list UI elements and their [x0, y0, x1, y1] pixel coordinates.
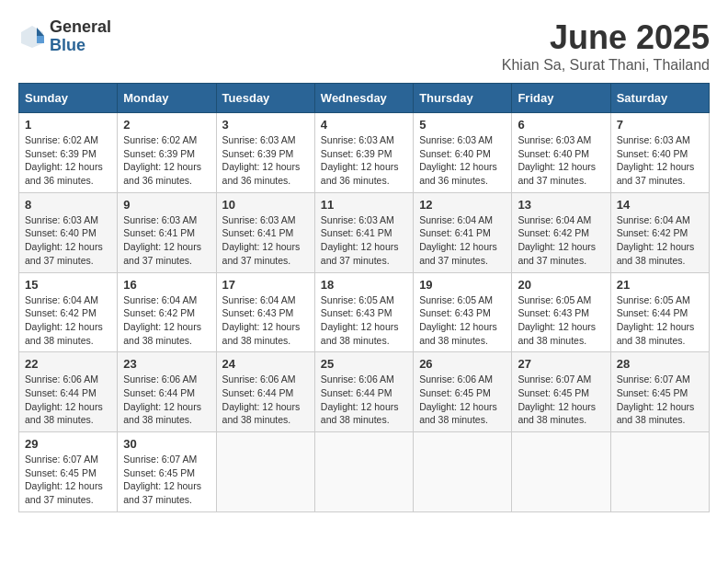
day-number: 6 [518, 118, 604, 132]
day-number: 10 [222, 198, 309, 212]
day-info: Sunrise: 6:07 AMSunset: 6:45 PMDaylight:… [25, 453, 111, 507]
day-info: Sunrise: 6:04 AMSunset: 6:41 PMDaylight:… [419, 213, 506, 268]
day-number: 14 [617, 198, 703, 212]
calendar-cell: 23 Sunrise: 6:06 AMSunset: 6:44 PMDaylig… [118, 352, 216, 432]
calendar-cell [216, 432, 314, 512]
day-number: 29 [25, 437, 111, 451]
calendar-cell: 25 Sunrise: 6:06 AMSunset: 6:44 PMDaylig… [314, 352, 413, 432]
day-number: 30 [123, 437, 210, 451]
logo-icon [18, 23, 46, 51]
calendar-cell: 8 Sunrise: 6:03 AMSunset: 6:40 PMDayligh… [19, 192, 118, 272]
calendar-cell: 27 Sunrise: 6:07 AMSunset: 6:45 PMDaylig… [512, 352, 610, 432]
day-info: Sunrise: 6:04 AMSunset: 6:43 PMDaylight:… [222, 293, 309, 348]
day-info: Sunrise: 6:03 AMSunset: 6:40 PMDaylight:… [617, 133, 703, 188]
calendar-body: 1 Sunrise: 6:02 AMSunset: 6:39 PMDayligh… [19, 113, 710, 512]
calendar-cell: 4 Sunrise: 6:03 AMSunset: 6:39 PMDayligh… [314, 113, 413, 193]
day-info: Sunrise: 6:02 AMSunset: 6:39 PMDaylight:… [123, 133, 210, 188]
day-info: Sunrise: 6:03 AMSunset: 6:41 PMDaylight:… [222, 213, 309, 268]
day-number: 21 [617, 278, 703, 292]
calendar-cell: 19 Sunrise: 6:05 AMSunset: 6:43 PMDaylig… [414, 272, 512, 352]
day-number: 25 [321, 357, 407, 371]
calendar-cell: 15 Sunrise: 6:04 AMSunset: 6:42 PMDaylig… [19, 272, 118, 352]
calendar-cell: 10 Sunrise: 6:03 AMSunset: 6:41 PMDaylig… [216, 192, 314, 272]
calendar-cell [610, 432, 709, 512]
calendar-week-row: 29 Sunrise: 6:07 AMSunset: 6:45 PMDaylig… [19, 432, 710, 512]
day-info: Sunrise: 6:07 AMSunset: 6:45 PMDaylight:… [123, 453, 210, 507]
calendar-header: SundayMondayTuesdayWednesdayThursdayFrid… [19, 84, 710, 113]
day-info: Sunrise: 6:04 AMSunset: 6:42 PMDaylight:… [123, 293, 210, 348]
calendar-week-row: 15 Sunrise: 6:04 AMSunset: 6:42 PMDaylig… [19, 272, 710, 352]
calendar-cell [512, 432, 610, 512]
day-info: Sunrise: 6:03 AMSunset: 6:40 PMDaylight:… [518, 133, 604, 188]
svg-marker-2 [37, 36, 44, 43]
calendar-cell: 24 Sunrise: 6:06 AMSunset: 6:44 PMDaylig… [216, 352, 314, 432]
weekday-row: SundayMondayTuesdayWednesdayThursdayFrid… [19, 84, 710, 113]
calendar-cell: 29 Sunrise: 6:07 AMSunset: 6:45 PMDaylig… [19, 432, 118, 512]
day-info: Sunrise: 6:06 AMSunset: 6:44 PMDaylight:… [123, 373, 210, 427]
day-number: 8 [25, 198, 111, 212]
location-title: Khian Sa, Surat Thani, Thailand [502, 57, 710, 74]
day-info: Sunrise: 6:03 AMSunset: 6:39 PMDaylight:… [222, 133, 309, 188]
day-number: 20 [518, 278, 604, 292]
weekday-header: Friday [512, 84, 610, 113]
calendar-cell: 9 Sunrise: 6:03 AMSunset: 6:41 PMDayligh… [118, 192, 216, 272]
weekday-header: Tuesday [216, 84, 314, 113]
day-info: Sunrise: 6:05 AMSunset: 6:43 PMDaylight:… [518, 293, 604, 348]
calendar-cell: 1 Sunrise: 6:02 AMSunset: 6:39 PMDayligh… [19, 113, 118, 193]
day-info: Sunrise: 6:06 AMSunset: 6:44 PMDaylight:… [25, 373, 111, 427]
day-number: 17 [222, 278, 309, 292]
day-number: 5 [419, 118, 506, 132]
day-number: 23 [123, 357, 210, 371]
day-number: 19 [419, 278, 506, 292]
day-info: Sunrise: 6:03 AMSunset: 6:40 PMDaylight:… [419, 133, 506, 188]
calendar-cell: 3 Sunrise: 6:03 AMSunset: 6:39 PMDayligh… [216, 113, 314, 193]
month-title: June 2025 [502, 18, 710, 57]
logo-blue-text: Blue [50, 37, 111, 55]
calendar-cell: 18 Sunrise: 6:05 AMSunset: 6:43 PMDaylig… [314, 272, 413, 352]
day-number: 11 [321, 198, 407, 212]
calendar-cell: 7 Sunrise: 6:03 AMSunset: 6:40 PMDayligh… [610, 113, 709, 193]
day-number: 9 [123, 198, 210, 212]
weekday-header: Thursday [414, 84, 512, 113]
day-info: Sunrise: 6:05 AMSunset: 6:44 PMDaylight:… [617, 293, 703, 348]
calendar-cell: 16 Sunrise: 6:04 AMSunset: 6:42 PMDaylig… [118, 272, 216, 352]
weekday-header: Monday [118, 84, 216, 113]
day-number: 4 [321, 118, 407, 132]
weekday-header: Wednesday [314, 84, 413, 113]
day-info: Sunrise: 6:03 AMSunset: 6:40 PMDaylight:… [25, 213, 111, 268]
calendar-table: SundayMondayTuesdayWednesdayThursdayFrid… [18, 83, 710, 512]
logo-general-text: General [50, 18, 111, 37]
day-number: 7 [617, 118, 703, 132]
day-number: 2 [123, 118, 210, 132]
day-number: 12 [419, 198, 506, 212]
calendar-week-row: 1 Sunrise: 6:02 AMSunset: 6:39 PMDayligh… [19, 113, 710, 193]
day-number: 3 [222, 118, 309, 132]
page-header: General Blue June 2025 Khian Sa, Surat T… [18, 18, 710, 74]
logo: General Blue [18, 18, 111, 55]
day-number: 15 [25, 278, 111, 292]
day-info: Sunrise: 6:04 AMSunset: 6:42 PMDaylight:… [518, 213, 604, 268]
calendar-cell: 2 Sunrise: 6:02 AMSunset: 6:39 PMDayligh… [118, 113, 216, 193]
calendar-cell: 28 Sunrise: 6:07 AMSunset: 6:45 PMDaylig… [610, 352, 709, 432]
day-info: Sunrise: 6:07 AMSunset: 6:45 PMDaylight:… [518, 373, 604, 427]
day-number: 27 [518, 357, 604, 371]
day-info: Sunrise: 6:05 AMSunset: 6:43 PMDaylight:… [321, 293, 407, 348]
calendar-cell: 20 Sunrise: 6:05 AMSunset: 6:43 PMDaylig… [512, 272, 610, 352]
day-info: Sunrise: 6:03 AMSunset: 6:41 PMDaylight:… [123, 213, 210, 268]
calendar-cell: 13 Sunrise: 6:04 AMSunset: 6:42 PMDaylig… [512, 192, 610, 272]
day-number: 13 [518, 198, 604, 212]
day-info: Sunrise: 6:06 AMSunset: 6:45 PMDaylight:… [419, 373, 506, 427]
calendar-cell [314, 432, 413, 512]
calendar-cell: 21 Sunrise: 6:05 AMSunset: 6:44 PMDaylig… [610, 272, 709, 352]
calendar-cell: 26 Sunrise: 6:06 AMSunset: 6:45 PMDaylig… [414, 352, 512, 432]
day-info: Sunrise: 6:06 AMSunset: 6:44 PMDaylight:… [321, 373, 407, 427]
day-info: Sunrise: 6:03 AMSunset: 6:41 PMDaylight:… [321, 213, 407, 268]
svg-marker-1 [37, 28, 44, 36]
calendar-week-row: 22 Sunrise: 6:06 AMSunset: 6:44 PMDaylig… [19, 352, 710, 432]
calendar-cell: 22 Sunrise: 6:06 AMSunset: 6:44 PMDaylig… [19, 352, 118, 432]
day-info: Sunrise: 6:07 AMSunset: 6:45 PMDaylight:… [617, 373, 703, 427]
calendar-cell: 30 Sunrise: 6:07 AMSunset: 6:45 PMDaylig… [118, 432, 216, 512]
day-info: Sunrise: 6:05 AMSunset: 6:43 PMDaylight:… [419, 293, 506, 348]
weekday-header: Sunday [19, 84, 118, 113]
calendar-cell: 14 Sunrise: 6:04 AMSunset: 6:42 PMDaylig… [610, 192, 709, 272]
